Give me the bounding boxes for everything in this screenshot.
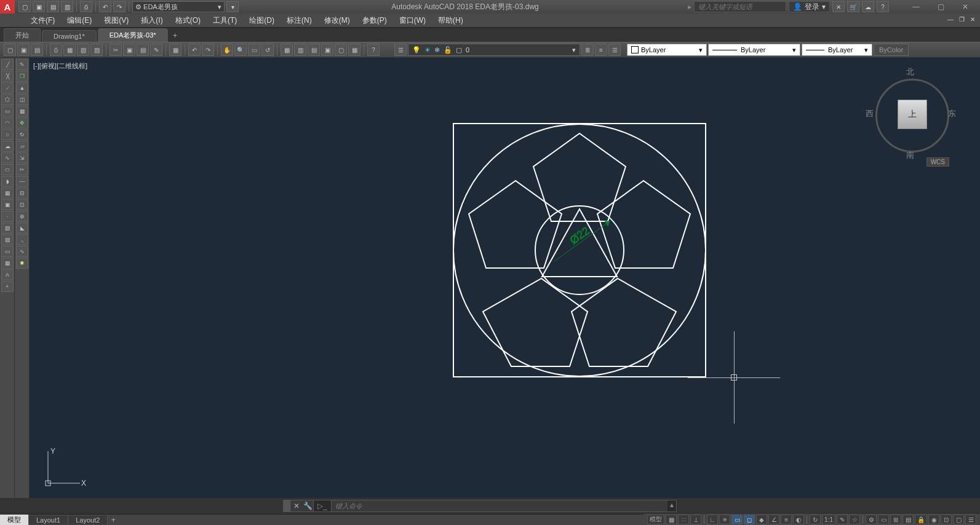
dwf-icon[interactable]: ▨ bbox=[90, 44, 103, 56]
minimize-button[interactable]: — bbox=[904, 0, 928, 14]
hatch-icon[interactable]: ▨ bbox=[1, 223, 14, 234]
status-lwt-icon[interactable]: ≡ bbox=[781, 515, 792, 524]
wcs-badge[interactable]: WCS bbox=[926, 157, 949, 167]
zoomprev-icon[interactable]: ↺ bbox=[261, 44, 274, 56]
blockeditor-icon[interactable]: ▦ bbox=[169, 44, 181, 56]
color-select[interactable]: ByLayer▾ bbox=[627, 44, 707, 56]
array-icon[interactable]: ▦ bbox=[16, 106, 28, 117]
command-input[interactable] bbox=[332, 502, 667, 510]
view-cube[interactable]: 上 北 南 西 东 bbox=[869, 66, 955, 152]
doc-restore-button[interactable]: ❐ bbox=[957, 16, 966, 25]
status-otrack-icon[interactable]: ∠ bbox=[768, 515, 779, 524]
status-3dosnap-icon[interactable]: ◆ bbox=[756, 515, 767, 524]
scale-icon[interactable]: ▱ bbox=[16, 141, 28, 152]
undo2-icon[interactable]: ↶ bbox=[188, 44, 201, 56]
tab-drawing1[interactable]: Drawing1* bbox=[42, 30, 97, 42]
save-icon[interactable]: ▤ bbox=[47, 1, 59, 12]
print-icon[interactable]: ⎙ bbox=[50, 44, 62, 56]
cmd-handle[interactable] bbox=[284, 500, 291, 511]
polygon-icon[interactable]: ⬠ bbox=[1, 94, 14, 105]
linetype-select[interactable]: ByLayer▾ bbox=[708, 44, 800, 56]
status-cycle-icon[interactable]: ↻ bbox=[810, 515, 821, 524]
trim-icon[interactable]: ✂ bbox=[16, 164, 28, 175]
layer-prev-icon[interactable]: ≣ bbox=[581, 44, 594, 56]
drawing-canvas[interactable]: [-][俯视][二维线框] Ø22 bbox=[30, 58, 980, 498]
menu-insert[interactable]: 插入(I) bbox=[135, 14, 169, 27]
layout-1[interactable]: Layout1 bbox=[29, 516, 68, 524]
menu-view[interactable]: 视图(V) bbox=[98, 14, 135, 27]
quickcalc-icon[interactable]: ▦ bbox=[348, 44, 361, 56]
saveas-icon[interactable]: ▥ bbox=[61, 1, 73, 12]
explode-icon[interactable]: ✹ bbox=[16, 258, 28, 269]
status-ortho-icon[interactable]: ∟ bbox=[707, 515, 718, 524]
lineweight-select[interactable]: ByLayer▾ bbox=[802, 44, 872, 56]
app-logo[interactable]: A bbox=[0, 0, 15, 14]
command-line[interactable]: ✕ 🔧 ▷_ ▴ bbox=[283, 500, 677, 512]
zoomwin-icon[interactable]: ▭ bbox=[248, 44, 260, 56]
status-annovisibility-icon[interactable]: ☆ bbox=[849, 515, 860, 524]
status-model[interactable]: 模型 bbox=[647, 515, 664, 524]
menu-dimension[interactable]: 标注(N) bbox=[281, 14, 318, 27]
menu-tools[interactable]: 工具(T) bbox=[207, 14, 243, 27]
undo-icon[interactable]: ↶ bbox=[99, 1, 111, 12]
polyline-icon[interactable]: ⟋ bbox=[1, 82, 14, 93]
line-icon[interactable]: ╱ bbox=[1, 59, 14, 70]
block-icon[interactable]: ▣ bbox=[1, 199, 14, 210]
status-cleanscreen-icon[interactable]: ▢ bbox=[953, 515, 964, 524]
extend-icon[interactable]: — bbox=[16, 176, 28, 187]
menu-format[interactable]: 格式(O) bbox=[169, 14, 207, 27]
status-infer-icon[interactable]: ⊥ bbox=[690, 515, 701, 524]
status-annotation-icon[interactable]: ✎ bbox=[837, 515, 848, 524]
menu-edit[interactable]: 编辑(E) bbox=[61, 14, 98, 27]
rotate-icon[interactable]: ↻ bbox=[16, 129, 28, 140]
status-osnap-icon[interactable]: ◻ bbox=[744, 515, 755, 524]
status-isodraft-icon[interactable]: ▭ bbox=[731, 515, 743, 524]
cloud-icon[interactable]: ☁ bbox=[862, 1, 874, 12]
cmd-history-icon[interactable]: ▴ bbox=[667, 500, 676, 511]
viewcube-top[interactable]: 上 bbox=[898, 100, 927, 129]
layer-match-icon[interactable]: ≡ bbox=[595, 44, 607, 56]
layout-2[interactable]: Layout2 bbox=[68, 516, 108, 524]
menu-window[interactable]: 窗口(W) bbox=[393, 14, 432, 27]
new-file-icon[interactable]: ▢ bbox=[4, 44, 16, 56]
copy-icon[interactable]: ▣ bbox=[123, 44, 135, 56]
doc-minimize-button[interactable]: — bbox=[946, 16, 955, 25]
zoom-icon[interactable]: 🔍 bbox=[234, 44, 247, 56]
status-polar-icon[interactable]: ✳ bbox=[719, 515, 730, 524]
layout-add-button[interactable]: + bbox=[108, 516, 119, 524]
paste-icon[interactable]: ▤ bbox=[137, 44, 149, 56]
cut-icon[interactable]: ✂ bbox=[110, 44, 122, 56]
breakpoint-icon[interactable]: ⊡ bbox=[16, 199, 28, 210]
help2-icon[interactable]: ? bbox=[367, 44, 380, 56]
help-icon[interactable]: ? bbox=[877, 1, 889, 12]
menu-parametric[interactable]: 参数(P) bbox=[356, 14, 393, 27]
plot-icon[interactable]: ⎙ bbox=[80, 1, 92, 12]
login-button[interactable]: 👤 登录 ▾ bbox=[789, 1, 830, 12]
layer-state-icon[interactable]: ☰ bbox=[394, 44, 407, 56]
doc-close-button[interactable]: ✕ bbox=[968, 16, 978, 25]
region-icon[interactable]: ▭ bbox=[1, 246, 14, 257]
new-tab-button[interactable]: + bbox=[169, 31, 181, 42]
toolpalette-icon[interactable]: ▤ bbox=[308, 44, 320, 56]
status-lockui-icon[interactable]: 🔒 bbox=[915, 515, 927, 524]
layout-model[interactable]: 模型 bbox=[0, 515, 29, 525]
status-workspace-icon[interactable]: ⚙ bbox=[866, 515, 877, 524]
maximize-button[interactable]: ▢ bbox=[928, 0, 953, 14]
open-file-icon[interactable]: ▣ bbox=[17, 44, 30, 56]
layer-select[interactable]: 💡☀❄🔓▢ 0 ▾ bbox=[408, 44, 580, 56]
break-icon[interactable]: ⊟ bbox=[16, 188, 28, 199]
properties-icon[interactable]: ▦ bbox=[281, 44, 293, 56]
publish-icon[interactable]: ▧ bbox=[77, 44, 89, 56]
gradient-icon[interactable]: ▧ bbox=[1, 234, 14, 245]
preview-icon[interactable]: ▦ bbox=[63, 44, 76, 56]
menu-draw[interactable]: 绘图(D) bbox=[243, 14, 281, 27]
open-icon[interactable]: ▣ bbox=[33, 1, 45, 12]
rectangle-icon[interactable]: ▭ bbox=[1, 106, 14, 117]
viewport-label[interactable]: [-][俯视][二维线框] bbox=[33, 61, 87, 71]
status-customize-icon[interactable]: ☰ bbox=[965, 515, 976, 524]
save-file-icon[interactable]: ▤ bbox=[31, 44, 43, 56]
menu-modify[interactable]: 修改(M) bbox=[318, 14, 356, 27]
xline-icon[interactable]: ╳ bbox=[1, 71, 14, 82]
status-quickprops-icon[interactable]: ▤ bbox=[902, 515, 914, 524]
menu-file[interactable]: 文件(F) bbox=[25, 14, 61, 27]
